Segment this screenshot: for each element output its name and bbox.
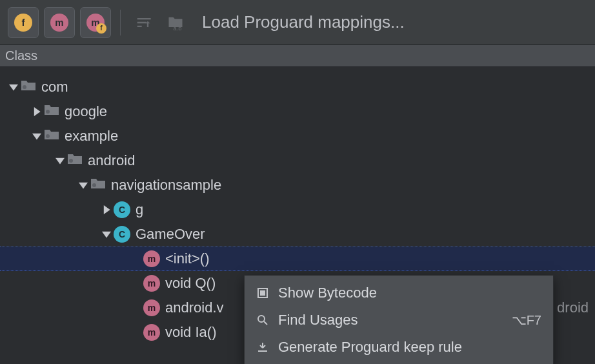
tree-label: void Q() (165, 275, 216, 292)
tree-row-method-init[interactable]: m <init>() (0, 247, 595, 271)
chevron-down-icon[interactable] (99, 230, 114, 239)
chevron-down-icon[interactable] (53, 156, 67, 165)
tree-label: google (65, 103, 107, 120)
tree-label: com (41, 79, 68, 96)
menu-item-label: Find Usages (278, 312, 358, 329)
tree-row-android[interactable]: android (0, 148, 595, 173)
svg-rect-7 (260, 290, 265, 296)
svg-point-4 (69, 159, 73, 163)
tree-label: void Ia() (165, 324, 216, 341)
sort-icon (134, 14, 152, 32)
folder-icon (67, 152, 88, 169)
tree-row-class-g[interactable]: C g (0, 197, 595, 222)
tree-row-google[interactable]: google (0, 99, 595, 124)
column-header-class: Class (5, 48, 37, 63)
download-icon (256, 341, 269, 353)
tree-label-trail: droid (557, 299, 589, 316)
toolbar-button-fields[interactable]: f (8, 7, 39, 38)
tree-label: GameOver (136, 226, 205, 243)
tree-label: g (136, 201, 143, 218)
toolbar-separator (120, 10, 121, 35)
menu-item-show-bytecode[interactable]: Show Bytecode (245, 279, 553, 307)
toolbar-load-mappings-label[interactable]: Load Proguard mappings... (202, 12, 405, 32)
menu-item-shortcut: ⌥F7 (512, 312, 541, 328)
tree-label: android (88, 152, 135, 169)
method-icon: m (143, 275, 160, 292)
toolbar-button-sort[interactable] (130, 9, 157, 36)
svg-point-2 (46, 110, 50, 114)
svg-point-8 (258, 316, 265, 322)
tree-label: navigationsample (111, 177, 221, 194)
svg-point-5 (92, 183, 96, 187)
tree-label: android.v (165, 299, 224, 316)
chevron-down-icon[interactable] (6, 83, 21, 92)
tree-row-example[interactable]: example (0, 124, 595, 148)
menu-item-label: Generate Proguard keep rule (278, 339, 462, 356)
method-icon: m (143, 299, 160, 316)
svg-point-1 (23, 85, 26, 89)
toolbar-button-methods-fields[interactable]: m f (80, 7, 111, 38)
menu-item-find-usages[interactable]: Find Usages ⌥F7 (245, 307, 553, 334)
folder-icon (44, 103, 65, 120)
field-icon: f (14, 14, 32, 32)
svg-text:a.b: a.b (174, 25, 182, 31)
chevron-right-icon[interactable] (30, 107, 44, 116)
menu-item-label: Show Bytecode (278, 285, 377, 301)
search-icon (256, 314, 269, 326)
tree-row-com[interactable]: com (0, 75, 595, 99)
svg-line-9 (264, 321, 267, 325)
tree-row-navigationsample[interactable]: navigationsample (0, 173, 595, 197)
toolbar-button-methods[interactable]: m (44, 7, 75, 38)
tree-label: example (65, 128, 118, 145)
toolbar: f m m f a.b Load Proguard mappings... (0, 0, 595, 45)
class-icon: C (114, 201, 130, 218)
field-overlay-icon: f (96, 23, 106, 34)
tree-label: <init>() (165, 250, 209, 267)
folder-icon (90, 177, 111, 194)
bytecode-icon (256, 287, 269, 299)
chevron-down-icon[interactable] (76, 181, 90, 190)
method-icon: m (143, 250, 160, 267)
menu-item-generate-keep-rule[interactable]: Generate Proguard keep rule (245, 334, 553, 361)
folder-icon (44, 128, 65, 145)
svg-point-3 (46, 134, 50, 138)
folder-ab-icon: a.b (166, 14, 185, 32)
toolbar-button-mapping[interactable]: a.b (162, 9, 189, 36)
context-menu: Show Bytecode Find Usages ⌥F7 Generate P… (244, 275, 554, 364)
chevron-right-icon[interactable] (99, 205, 114, 214)
column-header: Class (0, 45, 595, 67)
method-icon: m (143, 324, 160, 341)
method-icon: m (50, 14, 68, 32)
tree-row-class-gameover[interactable]: C GameOver (0, 222, 595, 247)
chevron-down-icon[interactable] (30, 132, 44, 141)
folder-icon (21, 79, 41, 96)
class-icon: C (114, 226, 130, 243)
